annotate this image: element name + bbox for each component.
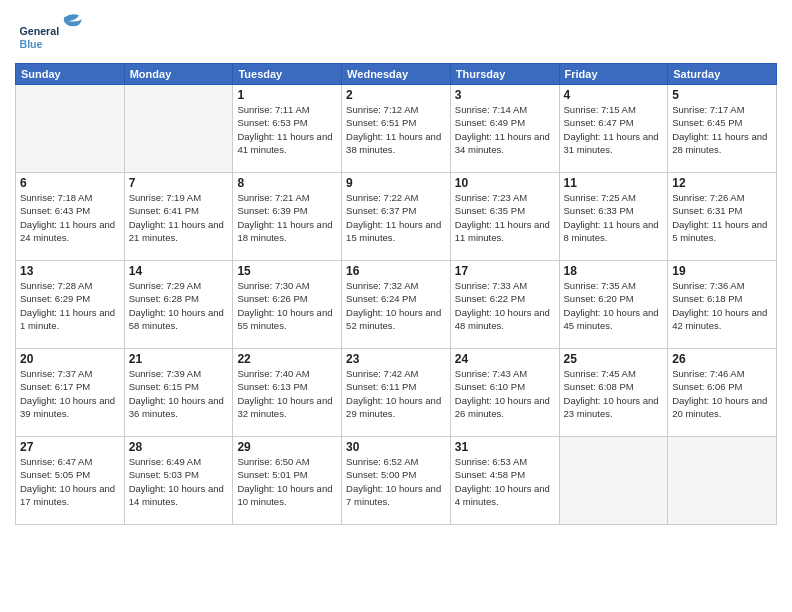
calendar-cell: 28Sunrise: 6:49 AMSunset: 5:03 PMDayligh… bbox=[124, 437, 233, 525]
day-number: 14 bbox=[129, 264, 229, 278]
day-info: Sunrise: 7:32 AMSunset: 6:24 PMDaylight:… bbox=[346, 279, 446, 332]
main-container: General Blue SundayMondayTuesdayWednesda… bbox=[0, 0, 792, 612]
day-info: Sunrise: 7:12 AMSunset: 6:51 PMDaylight:… bbox=[346, 103, 446, 156]
logo-svg: General Blue bbox=[15, 10, 95, 55]
day-number: 24 bbox=[455, 352, 555, 366]
calendar-cell: 5Sunrise: 7:17 AMSunset: 6:45 PMDaylight… bbox=[668, 85, 777, 173]
logo: General Blue bbox=[15, 10, 95, 55]
svg-text:General: General bbox=[19, 25, 59, 37]
day-info: Sunrise: 7:22 AMSunset: 6:37 PMDaylight:… bbox=[346, 191, 446, 244]
day-number: 4 bbox=[564, 88, 664, 102]
day-header-thursday: Thursday bbox=[450, 64, 559, 85]
day-number: 29 bbox=[237, 440, 337, 454]
day-header-sunday: Sunday bbox=[16, 64, 125, 85]
calendar-cell: 22Sunrise: 7:40 AMSunset: 6:13 PMDayligh… bbox=[233, 349, 342, 437]
day-info: Sunrise: 6:50 AMSunset: 5:01 PMDaylight:… bbox=[237, 455, 337, 508]
day-info: Sunrise: 7:35 AMSunset: 6:20 PMDaylight:… bbox=[564, 279, 664, 332]
day-header-saturday: Saturday bbox=[668, 64, 777, 85]
calendar-cell: 7Sunrise: 7:19 AMSunset: 6:41 PMDaylight… bbox=[124, 173, 233, 261]
calendar-cell: 1Sunrise: 7:11 AMSunset: 6:53 PMDaylight… bbox=[233, 85, 342, 173]
day-info: Sunrise: 6:47 AMSunset: 5:05 PMDaylight:… bbox=[20, 455, 120, 508]
day-info: Sunrise: 7:25 AMSunset: 6:33 PMDaylight:… bbox=[564, 191, 664, 244]
calendar-cell: 15Sunrise: 7:30 AMSunset: 6:26 PMDayligh… bbox=[233, 261, 342, 349]
calendar-week-row: 1Sunrise: 7:11 AMSunset: 6:53 PMDaylight… bbox=[16, 85, 777, 173]
calendar-cell: 13Sunrise: 7:28 AMSunset: 6:29 PMDayligh… bbox=[16, 261, 125, 349]
calendar-cell: 11Sunrise: 7:25 AMSunset: 6:33 PMDayligh… bbox=[559, 173, 668, 261]
calendar-cell: 21Sunrise: 7:39 AMSunset: 6:15 PMDayligh… bbox=[124, 349, 233, 437]
day-number: 16 bbox=[346, 264, 446, 278]
day-number: 5 bbox=[672, 88, 772, 102]
day-info: Sunrise: 7:19 AMSunset: 6:41 PMDaylight:… bbox=[129, 191, 229, 244]
day-header-wednesday: Wednesday bbox=[342, 64, 451, 85]
day-number: 7 bbox=[129, 176, 229, 190]
day-info: Sunrise: 7:18 AMSunset: 6:43 PMDaylight:… bbox=[20, 191, 120, 244]
day-info: Sunrise: 6:53 AMSunset: 4:58 PMDaylight:… bbox=[455, 455, 555, 508]
day-info: Sunrise: 7:28 AMSunset: 6:29 PMDaylight:… bbox=[20, 279, 120, 332]
calendar-cell: 8Sunrise: 7:21 AMSunset: 6:39 PMDaylight… bbox=[233, 173, 342, 261]
day-number: 23 bbox=[346, 352, 446, 366]
calendar-cell: 12Sunrise: 7:26 AMSunset: 6:31 PMDayligh… bbox=[668, 173, 777, 261]
day-number: 22 bbox=[237, 352, 337, 366]
calendar-cell: 24Sunrise: 7:43 AMSunset: 6:10 PMDayligh… bbox=[450, 349, 559, 437]
day-number: 21 bbox=[129, 352, 229, 366]
calendar-cell bbox=[16, 85, 125, 173]
day-info: Sunrise: 7:42 AMSunset: 6:11 PMDaylight:… bbox=[346, 367, 446, 420]
day-header-friday: Friday bbox=[559, 64, 668, 85]
day-number: 8 bbox=[237, 176, 337, 190]
calendar-cell: 10Sunrise: 7:23 AMSunset: 6:35 PMDayligh… bbox=[450, 173, 559, 261]
calendar-cell: 27Sunrise: 6:47 AMSunset: 5:05 PMDayligh… bbox=[16, 437, 125, 525]
calendar-week-row: 13Sunrise: 7:28 AMSunset: 6:29 PMDayligh… bbox=[16, 261, 777, 349]
calendar-cell bbox=[124, 85, 233, 173]
calendar-cell: 29Sunrise: 6:50 AMSunset: 5:01 PMDayligh… bbox=[233, 437, 342, 525]
day-info: Sunrise: 7:30 AMSunset: 6:26 PMDaylight:… bbox=[237, 279, 337, 332]
day-info: Sunrise: 7:23 AMSunset: 6:35 PMDaylight:… bbox=[455, 191, 555, 244]
day-info: Sunrise: 7:29 AMSunset: 6:28 PMDaylight:… bbox=[129, 279, 229, 332]
calendar-header-row: SundayMondayTuesdayWednesdayThursdayFrid… bbox=[16, 64, 777, 85]
day-number: 3 bbox=[455, 88, 555, 102]
day-info: Sunrise: 6:49 AMSunset: 5:03 PMDaylight:… bbox=[129, 455, 229, 508]
day-info: Sunrise: 7:46 AMSunset: 6:06 PMDaylight:… bbox=[672, 367, 772, 420]
calendar-cell bbox=[668, 437, 777, 525]
calendar-cell: 31Sunrise: 6:53 AMSunset: 4:58 PMDayligh… bbox=[450, 437, 559, 525]
calendar-cell: 16Sunrise: 7:32 AMSunset: 6:24 PMDayligh… bbox=[342, 261, 451, 349]
day-number: 10 bbox=[455, 176, 555, 190]
day-number: 30 bbox=[346, 440, 446, 454]
day-info: Sunrise: 7:26 AMSunset: 6:31 PMDaylight:… bbox=[672, 191, 772, 244]
calendar-week-row: 20Sunrise: 7:37 AMSunset: 6:17 PMDayligh… bbox=[16, 349, 777, 437]
day-number: 2 bbox=[346, 88, 446, 102]
day-number: 27 bbox=[20, 440, 120, 454]
day-info: Sunrise: 7:43 AMSunset: 6:10 PMDaylight:… bbox=[455, 367, 555, 420]
calendar-cell: 19Sunrise: 7:36 AMSunset: 6:18 PMDayligh… bbox=[668, 261, 777, 349]
calendar-cell: 30Sunrise: 6:52 AMSunset: 5:00 PMDayligh… bbox=[342, 437, 451, 525]
day-number: 20 bbox=[20, 352, 120, 366]
day-number: 18 bbox=[564, 264, 664, 278]
day-header-monday: Monday bbox=[124, 64, 233, 85]
day-info: Sunrise: 7:33 AMSunset: 6:22 PMDaylight:… bbox=[455, 279, 555, 332]
day-info: Sunrise: 7:21 AMSunset: 6:39 PMDaylight:… bbox=[237, 191, 337, 244]
day-info: Sunrise: 7:36 AMSunset: 6:18 PMDaylight:… bbox=[672, 279, 772, 332]
day-info: Sunrise: 7:39 AMSunset: 6:15 PMDaylight:… bbox=[129, 367, 229, 420]
day-number: 19 bbox=[672, 264, 772, 278]
calendar-cell: 17Sunrise: 7:33 AMSunset: 6:22 PMDayligh… bbox=[450, 261, 559, 349]
day-number: 12 bbox=[672, 176, 772, 190]
calendar-cell: 23Sunrise: 7:42 AMSunset: 6:11 PMDayligh… bbox=[342, 349, 451, 437]
calendar-cell: 4Sunrise: 7:15 AMSunset: 6:47 PMDaylight… bbox=[559, 85, 668, 173]
calendar-table: SundayMondayTuesdayWednesdayThursdayFrid… bbox=[15, 63, 777, 525]
calendar-cell: 6Sunrise: 7:18 AMSunset: 6:43 PMDaylight… bbox=[16, 173, 125, 261]
calendar-cell: 9Sunrise: 7:22 AMSunset: 6:37 PMDaylight… bbox=[342, 173, 451, 261]
header: General Blue bbox=[15, 10, 777, 55]
calendar-cell: 18Sunrise: 7:35 AMSunset: 6:20 PMDayligh… bbox=[559, 261, 668, 349]
day-number: 11 bbox=[564, 176, 664, 190]
day-number: 31 bbox=[455, 440, 555, 454]
day-number: 25 bbox=[564, 352, 664, 366]
day-number: 1 bbox=[237, 88, 337, 102]
day-info: Sunrise: 7:11 AMSunset: 6:53 PMDaylight:… bbox=[237, 103, 337, 156]
day-header-tuesday: Tuesday bbox=[233, 64, 342, 85]
day-info: Sunrise: 7:45 AMSunset: 6:08 PMDaylight:… bbox=[564, 367, 664, 420]
calendar-cell: 26Sunrise: 7:46 AMSunset: 6:06 PMDayligh… bbox=[668, 349, 777, 437]
day-info: Sunrise: 7:40 AMSunset: 6:13 PMDaylight:… bbox=[237, 367, 337, 420]
calendar-cell: 14Sunrise: 7:29 AMSunset: 6:28 PMDayligh… bbox=[124, 261, 233, 349]
day-info: Sunrise: 7:14 AMSunset: 6:49 PMDaylight:… bbox=[455, 103, 555, 156]
day-info: Sunrise: 7:37 AMSunset: 6:17 PMDaylight:… bbox=[20, 367, 120, 420]
day-number: 26 bbox=[672, 352, 772, 366]
